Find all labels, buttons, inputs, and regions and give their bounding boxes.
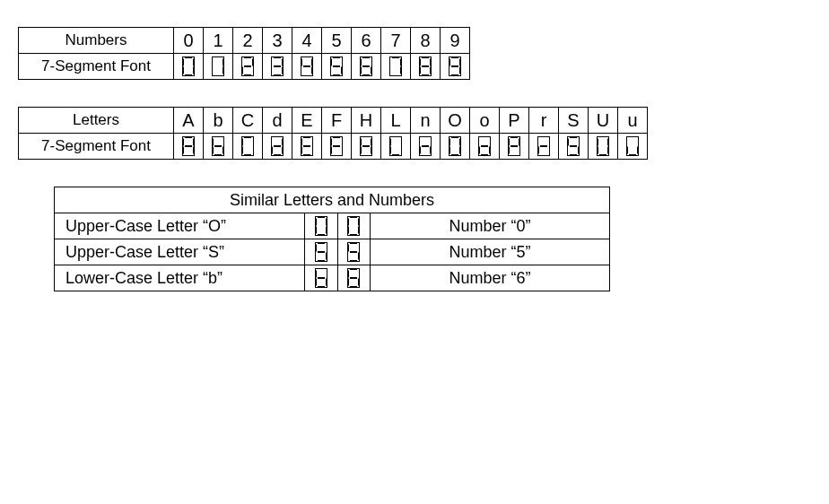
seg-cell: [441, 134, 470, 160]
number-cell: 4: [292, 28, 322, 54]
seg-cell: [233, 54, 263, 80]
similar-table: Similar Letters and Numbers Upper-Case L…: [54, 187, 610, 291]
similar-left: Upper-Case Letter “S”: [55, 239, 305, 265]
letter-cell: P: [500, 108, 529, 134]
similar-header: Similar Letters and Numbers: [55, 187, 610, 213]
number-cell: 9: [441, 28, 470, 54]
seg-cell: [337, 213, 370, 239]
number-cell: 1: [204, 28, 233, 54]
similar-right: Number “6”: [370, 265, 609, 291]
similar-right: Number “0”: [370, 213, 609, 239]
number-cell: 8: [411, 28, 441, 54]
similar-left: Upper-Case Letter “O”: [55, 213, 305, 239]
letter-cell: r: [529, 108, 559, 134]
letter-cell: O: [441, 108, 470, 134]
letter-cell: L: [381, 108, 411, 134]
letter-cell: u: [618, 108, 648, 134]
seg-cell: [292, 54, 322, 80]
seg-cell: [529, 134, 559, 160]
similar-right: Number “5”: [370, 239, 609, 265]
seg-cell: [305, 213, 337, 239]
letter-cell: S: [559, 108, 589, 134]
svg-rect-135: [598, 137, 609, 156]
number-cell: 7: [381, 28, 411, 54]
number-cell: 3: [263, 28, 292, 54]
svg-rect-0: [183, 57, 195, 76]
svg-rect-72: [242, 137, 254, 156]
seg-cell: [559, 134, 589, 160]
letter-cell: H: [352, 108, 381, 134]
letter-cell: A: [174, 108, 204, 134]
numbers-table: Numbers 0 1 2 3 4 5 6 7 8 9 7-Segment Fo…: [18, 27, 470, 80]
seg-cell: [618, 134, 648, 160]
seg-cell: [337, 239, 370, 265]
seg-cell: [500, 134, 529, 160]
seg-cell: [352, 54, 381, 80]
seg-cell: [263, 54, 292, 80]
svg-rect-152: [348, 217, 360, 236]
seg-cell: [322, 134, 352, 160]
svg-rect-141: [627, 137, 639, 156]
number-cell: 0: [174, 28, 204, 54]
seg-cell: [305, 239, 337, 265]
seg-cell: [441, 54, 470, 80]
svg-rect-108: [449, 137, 461, 156]
seg-cell: [174, 134, 204, 160]
seg-cell: [322, 54, 352, 80]
letters-seg-row-label: 7-Segment Font: [19, 134, 174, 160]
seg-cell: [381, 54, 411, 80]
letter-cell: n: [411, 108, 441, 134]
letters-row-label: Letters: [19, 108, 174, 134]
numbers-seg-row-label: 7-Segment Font: [19, 54, 174, 80]
letter-cell: F: [322, 108, 352, 134]
letters-table: Letters A b C d E F H L n O o P r S U u …: [18, 107, 648, 160]
number-cell: 5: [322, 28, 352, 54]
svg-rect-145: [315, 217, 327, 236]
svg-rect-40: [390, 57, 402, 76]
letter-cell: C: [233, 108, 263, 134]
seg-cell: [263, 134, 292, 160]
seg-cell: [233, 134, 263, 160]
seg-cell: [589, 134, 618, 160]
seg-cell: [204, 134, 233, 160]
letter-cell: b: [204, 108, 233, 134]
svg-rect-7: [213, 57, 224, 76]
number-cell: 6: [352, 28, 381, 54]
seg-cell: [381, 134, 411, 160]
letter-cell: E: [292, 108, 322, 134]
numbers-row-label: Numbers: [19, 28, 174, 54]
number-cell: 2: [233, 28, 263, 54]
svg-rect-100: [390, 137, 402, 156]
seg-cell: [411, 54, 441, 80]
letter-cell: o: [470, 108, 500, 134]
seg-cell: [305, 265, 337, 291]
seg-cell: [337, 265, 370, 291]
seg-cell: [292, 134, 322, 160]
seg-cell: [470, 134, 500, 160]
letter-cell: d: [263, 108, 292, 134]
seg-cell: [204, 54, 233, 80]
letter-cell: U: [589, 108, 618, 134]
seg-cell: [411, 134, 441, 160]
seg-cell: [352, 134, 381, 160]
similar-left: Lower-Case Letter “b”: [55, 265, 305, 291]
seg-cell: [174, 54, 204, 80]
